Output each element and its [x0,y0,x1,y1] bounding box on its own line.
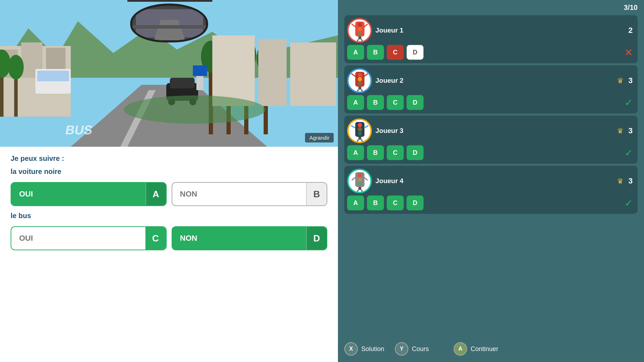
player-1-top: Joueur 1 2 [347,18,633,43]
player-3-crown: ♛ [617,127,623,135]
svg-point-48 [358,73,362,77]
cours-label: Cours [412,345,429,353]
svg-rect-42 [358,36,361,39]
svg-line-45 [356,39,358,41]
svg-line-46 [361,39,363,41]
player-1-ans-a: A [347,45,364,60]
answer-a-button[interactable]: OUI A [11,182,167,206]
sub-label-2: le bus [11,212,327,220]
svg-line-64 [361,140,364,141]
svg-line-61 [351,125,355,128]
bottom-controls: X Solution Y Cours A Continuer [344,339,638,356]
cours-button[interactable]: Y Cours [395,342,429,356]
score-counter: 3/10 [344,4,638,12]
player-1-avatar [347,18,372,43]
player-2-score: 3 [628,76,633,85]
svg-line-71 [364,177,368,180]
player-3-ans-c: C [387,145,404,160]
svg-rect-33 [127,0,212,2]
agrandir-label: Agrandir [309,135,329,141]
svg-line-43 [352,24,355,27]
player-4-avatar [347,169,372,193]
player-1-result: ✕ [625,47,633,58]
player-3-name: Joueur 3 [375,127,614,135]
svg-rect-37 [132,25,207,29]
player-4-ans-c: C [387,195,404,210]
svg-line-73 [361,190,363,192]
a-key-label: A [458,346,462,352]
answer-c-letter: C [145,227,166,250]
solution-button[interactable]: X Solution [344,342,384,356]
player-1-name: Joueur 1 [375,27,625,34]
answer-a-letter: A [145,183,166,205]
solution-label: Solution [361,345,384,353]
player-3-ans-a: A [347,145,364,160]
svg-rect-18 [37,71,69,81]
player-2-name: Joueur 2 [375,77,614,84]
player-4-answers: A B C D ✓ [347,195,633,210]
svg-point-49 [358,77,362,81]
x-button-icon: X [344,342,358,356]
answer-b-button[interactable]: NON B [172,182,328,206]
answer-b-text: NON [172,189,306,199]
player-3-score: 3 [628,126,633,135]
answer-d-button[interactable]: NON D [172,226,328,250]
svg-rect-51 [358,87,361,89]
answer-d-letter: D [306,227,327,250]
player-4-name: Joueur 4 [375,177,614,185]
svg-rect-27 [212,35,255,106]
svg-point-58 [358,127,362,132]
player-1-block: Joueur 1 2 A B C D ✕ [344,15,638,63]
player-2-avatar [347,68,372,93]
player-2-ans-d: D [407,95,424,110]
svg-rect-60 [358,137,361,140]
svg-line-55 [361,89,363,91]
player-3-block: Joueur 3 ♛ 3 A B C D ✓ [344,116,638,164]
svg-point-66 [358,173,362,177]
question-intro: Je peux suivre : [11,154,327,163]
svg-point-32 [124,95,265,124]
player-2-ans-c: C [387,95,404,110]
x-key-label: X [349,346,353,352]
y-button-icon: Y [395,342,408,356]
svg-rect-31 [193,65,207,76]
answer-c-text: OUI [11,234,145,243]
continuer-label: Continuer [471,345,498,353]
player-4-score: 3 [628,176,633,186]
player-2-ans-a: A [347,95,364,110]
svg-line-72 [356,190,358,192]
player-4-result: ✓ [625,197,633,209]
player-4-ans-a: A [347,195,364,210]
player-3-top: Joueur 3 ♛ 3 [347,118,633,143]
svg-line-63 [356,140,358,141]
player-2-crown: ♛ [617,76,623,85]
player-3-avatar [347,118,372,143]
player-4-ans-b: B [367,195,384,210]
svg-point-68 [358,182,362,186]
player-1-answers: A B C D ✕ [347,45,633,60]
player-2-top: Joueur 2 ♛ 3 [347,68,633,93]
player-3-ans-b: B [367,145,384,160]
continuer-button[interactable]: A Continuer [454,342,498,356]
agrandir-button[interactable]: Agrandir [305,133,334,142]
svg-point-50 [358,81,362,86]
rearview-mirror [130,4,208,42]
right-panel: 3/10 Joueur 1 [338,0,644,362]
player-4-block: Joueur 4 ♛ 3 A B C D ✓ [344,166,638,214]
answer-c-button[interactable]: OUI C [11,226,167,250]
player-1-ans-d: D [407,45,424,60]
answer-a-text: OUI [11,189,145,199]
left-panel: BUS [0,0,338,362]
player-3-ans-d: D [407,145,424,160]
question-area: Je peux suivre : la voiture noire OUI A … [0,147,338,362]
svg-point-40 [358,27,362,31]
svg-line-70 [352,177,355,180]
svg-point-9 [8,55,24,80]
photo-area: BUS [0,0,338,147]
sub-label-1: la voiture noire [11,168,327,176]
answer-b-letter: B [306,183,327,205]
answers-row-1: OUI A NON B [11,182,327,206]
player-1-ans-c: C [387,45,404,60]
answers-row-2: OUI C NON D [11,226,327,250]
svg-rect-14 [170,78,195,88]
